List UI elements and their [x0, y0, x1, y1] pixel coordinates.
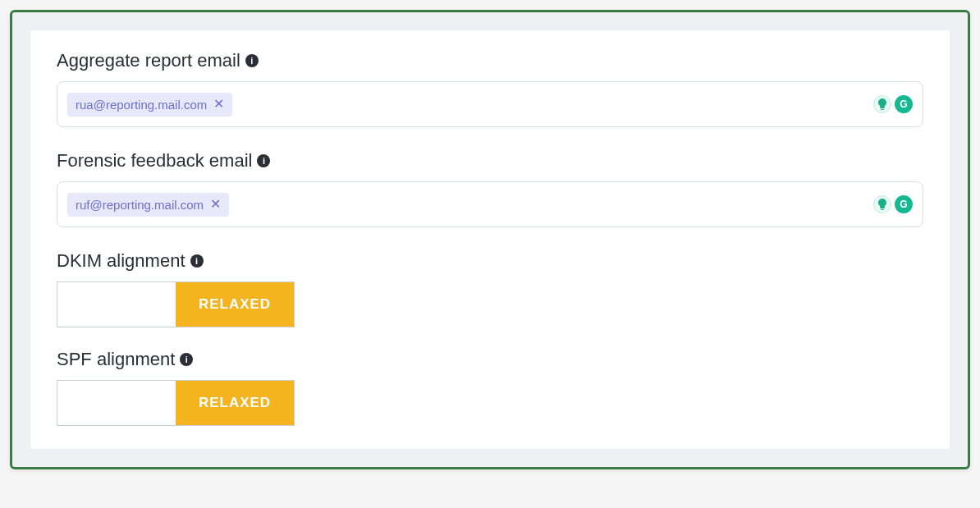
aggregate-email-text: rua@reporting.mail.com	[76, 98, 207, 112]
aggregate-label: Aggregate report email	[57, 50, 240, 71]
bulb-svg	[877, 98, 887, 110]
settings-card: Aggregate report email i rua@reporting.m…	[30, 30, 950, 449]
bulb-icon[interactable]	[873, 95, 891, 113]
bulb-svg	[877, 199, 887, 210]
forensic-icons: G	[873, 195, 913, 213]
aggregate-email-input[interactable]: rua@reporting.mail.com ✕ G	[57, 81, 923, 127]
spf-label: SPF alignment	[57, 349, 175, 370]
dkim-toggle-row: RELAXED	[57, 281, 923, 327]
info-icon[interactable]: i	[190, 254, 204, 268]
forensic-email-chip: ruf@reporting.mail.com ✕	[67, 193, 229, 217]
forensic-email-text: ruf@reporting.mail.com	[76, 198, 204, 212]
spf-option-relaxed[interactable]: RELAXED	[176, 381, 294, 425]
dkim-label-row: DKIM alignment i	[57, 250, 923, 272]
aggregate-email-chip: rua@reporting.mail.com ✕	[67, 93, 232, 117]
dkim-alignment-toggle: RELAXED	[57, 281, 295, 327]
spf-label-row: SPF alignment i	[57, 349, 923, 370]
forensic-email-input[interactable]: ruf@reporting.mail.com ✕ G	[57, 181, 923, 227]
spf-option-left[interactable]	[57, 381, 176, 425]
info-icon[interactable]: i	[180, 353, 193, 366]
aggregate-label-row: Aggregate report email i	[57, 50, 923, 71]
forensic-label: Forensic feedback email	[57, 150, 252, 172]
grammarly-icon[interactable]: G	[895, 95, 913, 113]
info-icon[interactable]: i	[257, 154, 270, 167]
spf-toggle-row: RELAXED	[57, 380, 923, 426]
grammarly-icon[interactable]: G	[895, 195, 913, 213]
close-icon[interactable]: ✕	[213, 98, 224, 111]
bulb-icon[interactable]	[873, 195, 891, 213]
dkim-option-left[interactable]	[57, 282, 176, 327]
forensic-label-row: Forensic feedback email i	[57, 150, 923, 172]
spf-alignment-toggle: RELAXED	[57, 380, 295, 426]
dkim-option-relaxed[interactable]: RELAXED	[176, 282, 294, 327]
aggregate-icons: G	[873, 95, 913, 113]
panel-frame: Aggregate report email i rua@reporting.m…	[10, 10, 970, 469]
close-icon[interactable]: ✕	[210, 198, 221, 211]
info-icon[interactable]: i	[245, 54, 259, 67]
dkim-label: DKIM alignment	[57, 250, 185, 272]
